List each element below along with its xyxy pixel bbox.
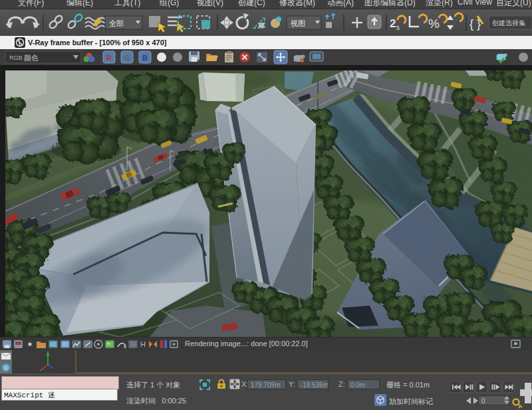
svg-text:%: % (428, 17, 440, 31)
svg-text:R: R (106, 54, 112, 62)
svg-text:颜色: 颜色 (24, 54, 39, 62)
svg-text:H: H (140, 340, 146, 348)
svg-text:创建选择集: 创建选择集 (492, 19, 525, 27)
svg-text:2: 2 (390, 17, 396, 30)
svg-text:B: B (142, 54, 148, 62)
svg-text:5: 5 (396, 25, 400, 31)
svg-text:视图: 视图 (291, 19, 305, 27)
svg-text:G: G (124, 54, 130, 62)
svg-text:RGB: RGB (9, 54, 23, 61)
svg-text:全部: 全部 (109, 19, 124, 27)
